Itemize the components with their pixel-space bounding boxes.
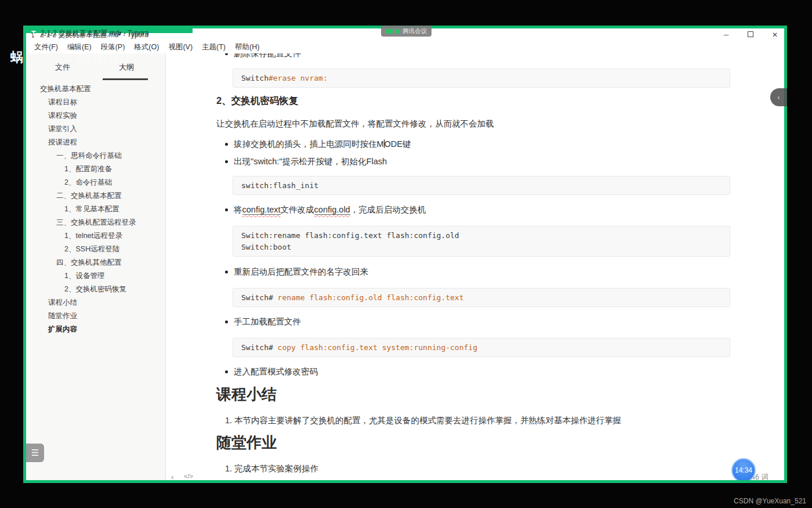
editor-pane[interactable]: 删除保存配置文件 Switch#erase nvram: 2、交换机密码恢复 让… xyxy=(166,53,784,480)
tab-files[interactable]: 文件 xyxy=(55,62,70,73)
outline-toggle-button[interactable]: ☰ xyxy=(26,444,44,462)
spellcheck-word: config.old xyxy=(314,205,350,215)
menu-view[interactable]: 视图(V) xyxy=(164,42,197,52)
code-block-rename-boot[interactable]: Switch:rename flash:config.text flash:co… xyxy=(233,226,730,257)
bullet-dot xyxy=(225,160,228,163)
outline-item[interactable]: 2、命令行基础 xyxy=(26,176,165,189)
source-code-mode-icon[interactable]: </> xyxy=(184,473,193,480)
meeting-timer-text: 14:34 xyxy=(735,466,752,474)
menu-theme[interactable]: 主题(T) xyxy=(197,42,230,52)
outline-item[interactable]: 课程目标 xyxy=(26,96,165,109)
outline-item[interactable]: 1、设备管理 xyxy=(26,269,165,283)
code-block-flash-init[interactable]: switch:flash_init xyxy=(233,176,730,195)
window-controls: ─ ✕ xyxy=(722,28,780,41)
chevron-left-icon: ‹ xyxy=(777,93,780,102)
active-tab-indicator xyxy=(103,78,148,80)
bullet-dot xyxy=(225,53,228,55)
csdn-watermark: CSDN @YueXuan_521 xyxy=(734,497,806,505)
bullet-dot xyxy=(225,208,228,211)
bullet-dot xyxy=(225,370,228,373)
summary-list-item: 1.本节内容主要讲解了交换机的配置，尤其是设备的模式需要去进行操作掌握，并熟练对… xyxy=(225,415,621,426)
bullet-manual-load: 手工加载配置文件 xyxy=(225,316,301,327)
outline-list-icon: ☰ xyxy=(31,448,39,458)
meeting-panel-handle[interactable]: ‹ xyxy=(770,88,787,106)
meeting-pill-label: 腾讯会议 xyxy=(403,27,427,35)
outline-item[interactable]: 1、配置前准备 xyxy=(26,163,165,176)
typora-window: T 2-1-2 交换机基本配置.md• - Typora ─ ✕ 文件(F) 编… xyxy=(23,26,787,483)
bullet-switch-prompt: 出现"switch:"提示松开按键，初始化Flash xyxy=(225,156,387,167)
screen-stage: T 2-1-2 交换机基本配置.md• - Typora ─ ✕ 文件(F) 编… xyxy=(0,0,812,508)
outline-item[interactable]: 课堂引入 xyxy=(26,123,165,136)
outline-item[interactable]: 2、SSH远程登陆 xyxy=(26,243,165,256)
outline-item[interactable]: 课程实验 xyxy=(26,109,165,123)
outline-item[interactable]: 1、常见基本配置 xyxy=(26,203,165,216)
outline-item[interactable]: 一、思科命令行基础 xyxy=(26,149,165,163)
bullet-delete-config: 删除保存配置文件 xyxy=(225,53,301,59)
outline-item[interactable]: 二、交换机基本配置 xyxy=(26,189,165,203)
uploader-watermark: 蜗 xyxy=(10,49,23,66)
homework-list-item: 1.完成本节实验案例操作 xyxy=(225,463,318,474)
outline-item[interactable]: 2、交换机密码恢复 xyxy=(26,283,165,296)
sidebar: 文件 大纲 交换机基本配置 课程目标 课程实验 课堂引入 授课进程 一、思科命令… xyxy=(26,53,166,480)
typora-app-icon-overlay: T xyxy=(29,29,38,38)
code-block-rename-back[interactable]: Switch# rename flash:config.old flash:co… xyxy=(233,288,730,307)
heading-password-recovery: 2、交换机密码恢复 xyxy=(216,95,298,107)
menu-help[interactable]: 帮助(H) xyxy=(230,42,264,52)
bullet-rename-config: 将config.text文件改成config.old，完成后启动交换机 xyxy=(225,204,426,215)
outline-list: 交换机基本配置 课程目标 课程实验 课堂引入 授课进程 一、思科命令行基础 1、… xyxy=(26,82,165,336)
recording-dot-icon xyxy=(396,29,400,34)
close-button[interactable]: ✕ xyxy=(770,31,780,39)
menu-format[interactable]: 格式(O) xyxy=(129,42,164,52)
outline-item[interactable]: 随堂作业 xyxy=(26,309,165,323)
bullet-enter-config: 进入配置模式修改密码 xyxy=(225,366,318,377)
outline-item[interactable]: 交换机基本配置 xyxy=(26,82,165,96)
bullet-restore-name: 重新启动后把配置文件的名字改回来 xyxy=(225,266,368,278)
title-overlay: T 2-1-2 交换机基本配置.md• - Typora xyxy=(27,27,149,39)
outline-item[interactable]: 授课进程 xyxy=(26,136,165,149)
heading-homework: 随堂作业 xyxy=(216,433,277,453)
meeting-timer-bubble[interactable]: 14:34 xyxy=(731,458,756,480)
code-block-erase[interactable]: Switch#erase nvram: xyxy=(233,69,730,88)
window-title-overlay: 2-1-2 交换机基本配置.md• - Typora xyxy=(41,28,149,38)
bullet-dot xyxy=(225,320,228,323)
tencent-meeting-pill[interactable]: 腾讯会议 xyxy=(381,26,432,37)
bullet-dot xyxy=(225,271,228,273)
maximize-button[interactable] xyxy=(746,31,755,39)
outline-item[interactable]: 扩展内容 xyxy=(26,323,165,336)
outline-item[interactable]: 四、交换机其他配置 xyxy=(26,256,165,269)
screen-share-icon xyxy=(386,29,393,34)
maximize-icon xyxy=(748,31,753,37)
bullet-dot xyxy=(225,143,228,146)
menu-bar: 文件(F) 编辑(E) 段落(P) 格式(O) 视图(V) 主题(T) 帮助(H… xyxy=(26,41,784,53)
spellcheck-word: config.text xyxy=(242,205,281,215)
outline-item[interactable]: 1、telnet远程登录 xyxy=(26,229,165,243)
minimize-button[interactable]: ─ xyxy=(722,31,731,39)
outline-item[interactable]: 三、交换机配置远程登录 xyxy=(26,216,165,229)
code-block-copy-config[interactable]: Switch# copy flash:config.text system:ru… xyxy=(233,338,730,357)
menu-file[interactable]: 文件(F) xyxy=(30,42,63,52)
bilibili-watermark: bilibili xyxy=(75,46,130,66)
sidebar-collapse-icon[interactable]: ‹ xyxy=(171,473,173,480)
outline-item[interactable]: 课程小结 xyxy=(26,296,165,309)
heading-course-summary: 课程小结 xyxy=(216,384,277,405)
bullet-mode-key: 拔掉交换机的插头，插上电源同时按住MODE键 xyxy=(225,139,411,150)
paragraph-intro: 让交换机在启动过程中不加载配置文件，将配置文件修改，从而就不会加载 xyxy=(216,118,494,129)
